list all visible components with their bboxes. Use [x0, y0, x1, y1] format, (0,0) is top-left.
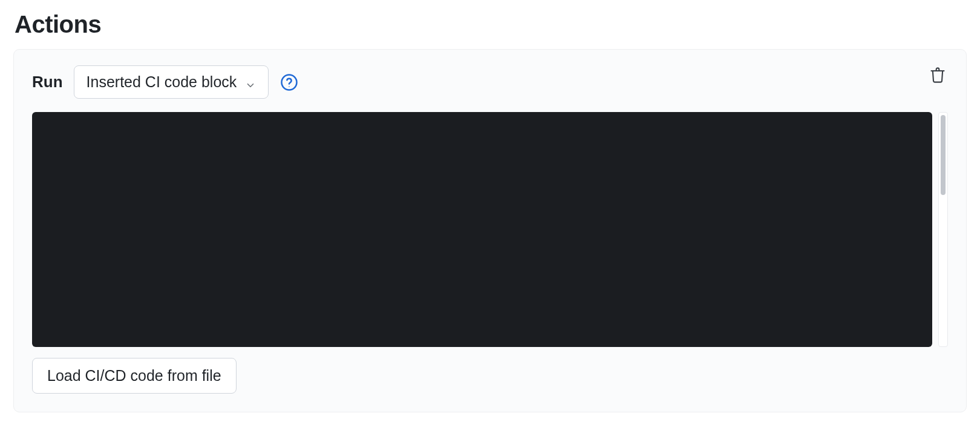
- code-editor[interactable]: [32, 112, 932, 347]
- action-header-row: Run Inserted CI code block: [32, 65, 948, 99]
- svg-point-0: [282, 74, 297, 90]
- delete-action-button[interactable]: [927, 65, 948, 86]
- trash-icon: [929, 67, 946, 85]
- svg-point-1: [289, 86, 290, 87]
- editor-scrollbar-thumb[interactable]: [941, 115, 946, 195]
- load-ci-code-button[interactable]: Load CI/CD code from file: [32, 358, 237, 394]
- help-icon[interactable]: [279, 73, 299, 92]
- action-type-dropdown[interactable]: Inserted CI code block: [74, 65, 269, 99]
- chevron-down-icon: [245, 77, 256, 88]
- run-label: Run: [32, 73, 63, 91]
- editor-scrollbar[interactable]: [938, 112, 948, 347]
- page-title: Actions: [15, 11, 967, 38]
- action-card: Run Inserted CI code block: [13, 49, 967, 412]
- action-type-selected: Inserted CI code block: [87, 73, 237, 91]
- code-editor-wrap: [32, 112, 948, 347]
